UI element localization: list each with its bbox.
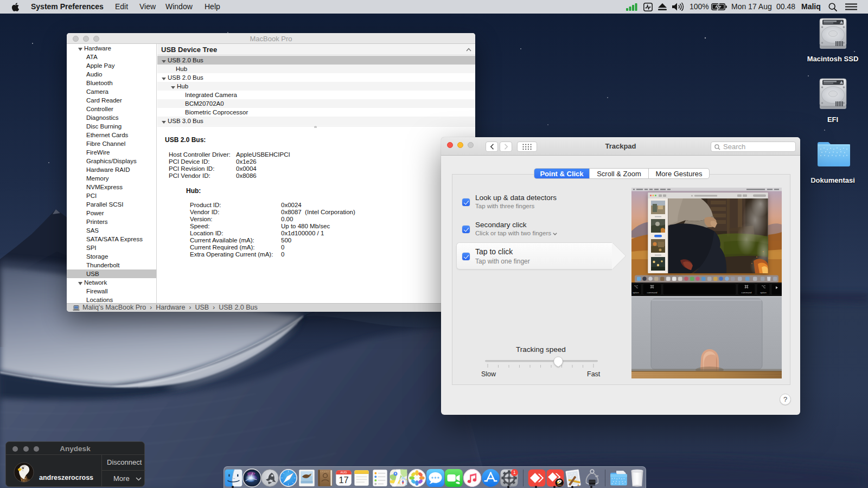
svg-text:command: command [647,291,658,294]
svg-text:option: option [760,291,767,294]
svg-text:command: command [742,291,752,294]
svg-text:AUG: AUG [341,471,347,474]
svg-text:option: option [633,291,639,294]
svg-text:1: 1 [513,470,516,475]
svg-text:17: 17 [339,475,348,485]
svg-text:!: ! [840,21,841,24]
